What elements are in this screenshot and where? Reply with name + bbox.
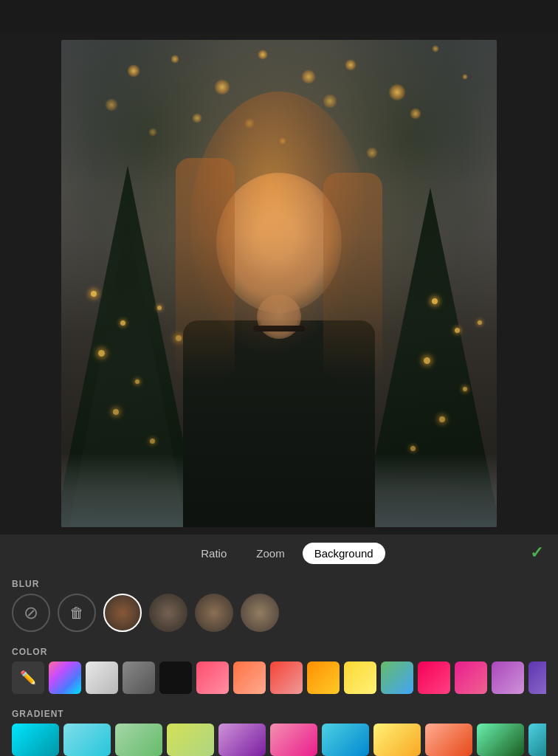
color-deep-pink[interactable] bbox=[455, 662, 487, 694]
color-options: ✏️ bbox=[12, 662, 546, 694]
toolbar: Ratio Zoom Background ✓ bbox=[0, 535, 558, 571]
gradient-section: GRADIENT bbox=[0, 701, 558, 756]
tab-background[interactable]: Background bbox=[303, 543, 385, 564]
color-lightgray[interactable] bbox=[86, 662, 118, 694]
tab-group: Ratio Zoom Background bbox=[189, 543, 385, 564]
color-red[interactable] bbox=[270, 662, 303, 694]
gradient-4[interactable] bbox=[167, 724, 214, 756]
gradient-7[interactable] bbox=[322, 724, 369, 756]
top-bar bbox=[0, 0, 558, 32]
gradient-11[interactable] bbox=[528, 724, 546, 756]
color-label: COLOR bbox=[0, 639, 558, 662]
tab-zoom[interactable]: Zoom bbox=[244, 543, 296, 564]
gradient-2[interactable] bbox=[63, 724, 111, 756]
blur-trash-option[interactable]: 🗑 bbox=[58, 594, 96, 632]
gradient-label: GRADIENT bbox=[0, 701, 558, 724]
gradient-9[interactable] bbox=[425, 724, 472, 756]
blur-options: ⊘ 🗑 bbox=[12, 594, 546, 632]
blur-light-option[interactable] bbox=[149, 594, 187, 632]
person bbox=[165, 92, 393, 527]
color-yellow-orange[interactable] bbox=[307, 662, 340, 694]
blur-medium-option[interactable] bbox=[195, 594, 233, 632]
no-blur-icon: ⊘ bbox=[24, 602, 38, 623]
image-canvas bbox=[0, 32, 558, 535]
color-red-pink[interactable] bbox=[196, 662, 229, 694]
blur-none-option[interactable]: ⊘ bbox=[12, 594, 50, 632]
tab-ratio[interactable]: Ratio bbox=[189, 543, 238, 564]
color-purple[interactable] bbox=[492, 662, 524, 694]
color-deep-purple[interactable] bbox=[528, 662, 546, 694]
photo-frame bbox=[61, 40, 497, 527]
blur-photo-option[interactable] bbox=[103, 594, 142, 632]
color-hot-pink[interactable] bbox=[418, 662, 450, 694]
color-section: COLOR ✏️ bbox=[0, 639, 558, 701]
blur-warm-option[interactable] bbox=[241, 594, 279, 632]
pencil-icon: ✏️ bbox=[20, 670, 36, 686]
blur-section: BLUR ⊘ 🗑 bbox=[0, 571, 558, 639]
gradient-8[interactable] bbox=[373, 724, 421, 756]
gradient-5[interactable] bbox=[218, 724, 266, 756]
color-orange[interactable] bbox=[233, 662, 266, 694]
gradient-10[interactable] bbox=[477, 724, 524, 756]
gradient-6[interactable] bbox=[270, 724, 317, 756]
photo-scene bbox=[61, 40, 497, 527]
gradient-1[interactable] bbox=[12, 724, 59, 756]
gradient-options bbox=[12, 724, 546, 756]
confirm-button[interactable]: ✓ bbox=[530, 543, 543, 563]
color-green-blue[interactable] bbox=[381, 662, 413, 694]
color-pencil-button[interactable]: ✏️ bbox=[12, 662, 44, 694]
blur-label: BLUR bbox=[0, 571, 558, 594]
color-rainbow[interactable] bbox=[49, 662, 81, 694]
gradient-3[interactable] bbox=[115, 724, 162, 756]
color-black[interactable] bbox=[159, 662, 192, 694]
color-yellow[interactable] bbox=[344, 662, 376, 694]
color-darkgray[interactable] bbox=[123, 662, 155, 694]
trash-icon: 🗑 bbox=[69, 605, 84, 622]
